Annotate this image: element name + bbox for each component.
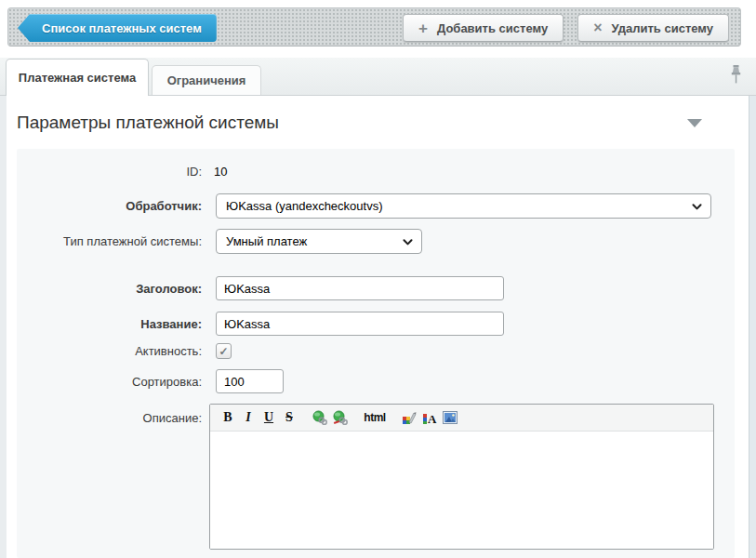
description-label: Описание: bbox=[17, 404, 208, 425]
name-input[interactable] bbox=[216, 312, 504, 336]
back-button-label: Список платежных систем bbox=[42, 21, 202, 35]
insert-image-icon bbox=[443, 411, 458, 424]
handler-select-value: ЮKassa (yandexcheckoutvs) bbox=[226, 199, 383, 213]
chevron-down-icon bbox=[692, 204, 702, 210]
chevron-down-icon bbox=[403, 239, 413, 246]
system-type-select[interactable]: Умный платеж bbox=[216, 229, 422, 254]
page-gutter-right bbox=[749, 96, 756, 558]
id-value: 10 bbox=[208, 165, 227, 179]
remove-link-icon bbox=[333, 410, 348, 425]
payment-system-edit-page: Список платежных систем + Добавить систе… bbox=[0, 0, 756, 558]
tab-restrictions-label: Ограничения bbox=[167, 73, 246, 87]
title-row: Заголовок: bbox=[17, 276, 735, 300]
toolbar-actions: + Добавить систему × Удалить систему bbox=[403, 14, 729, 42]
sort-label: Сортировка: bbox=[17, 375, 208, 389]
description-textarea[interactable] bbox=[210, 432, 713, 550]
payment-system-form: ID: 10 Обработчик: ЮKassa (yandexcheckou… bbox=[17, 149, 735, 558]
strikethrough-icon: S bbox=[285, 410, 293, 425]
activity-checkbox[interactable]: ✓ bbox=[216, 343, 232, 359]
close-icon: × bbox=[593, 20, 602, 35]
id-label: ID: bbox=[17, 165, 208, 179]
activity-row: Активность: ✓ bbox=[17, 343, 735, 359]
top-toolbar: Список платежных систем + Добавить систе… bbox=[7, 7, 741, 46]
description-editor: B I U S bbox=[209, 404, 714, 550]
font-color-button[interactable]: A bbox=[419, 407, 440, 428]
html-mode-button[interactable]: html bbox=[361, 407, 389, 428]
background-color-button[interactable] bbox=[399, 407, 419, 428]
svg-text:A: A bbox=[428, 412, 437, 425]
remove-link-button[interactable] bbox=[330, 407, 351, 428]
page-gutter-left bbox=[0, 96, 7, 558]
plus-icon: + bbox=[418, 20, 428, 36]
bold-button[interactable]: B bbox=[218, 407, 238, 428]
sort-input[interactable] bbox=[216, 369, 284, 393]
name-row: Название: bbox=[17, 312, 735, 336]
underline-icon: U bbox=[264, 410, 273, 425]
insert-link-icon bbox=[312, 410, 327, 425]
editor-toolbar: B I U S bbox=[210, 405, 713, 432]
tab-payment-system-label: Платежная система bbox=[19, 71, 136, 85]
section-header: Параметры платежной системы bbox=[17, 105, 702, 140]
collapse-section-icon[interactable] bbox=[687, 119, 702, 127]
underline-button[interactable]: U bbox=[259, 407, 279, 428]
system-type-select-value: Умный платеж bbox=[226, 234, 307, 248]
tab-restrictions[interactable]: Ограничения bbox=[152, 65, 261, 95]
sort-row: Сортировка: bbox=[17, 369, 735, 393]
tab-payment-system[interactable]: Платежная система bbox=[6, 59, 149, 96]
handler-row: Обработчик: ЮKassa (yandexcheckoutvs) bbox=[17, 193, 735, 219]
delete-system-button[interactable]: × Удалить систему bbox=[577, 14, 729, 42]
id-row: ID: 10 bbox=[17, 165, 735, 179]
add-system-button[interactable]: + Добавить систему bbox=[403, 14, 564, 42]
insert-image-button[interactable] bbox=[440, 407, 460, 428]
background-color-icon bbox=[402, 410, 417, 425]
system-type-label: Тип платежной системы: bbox=[17, 234, 208, 248]
type-row: Тип платежной системы: Умный платеж bbox=[17, 229, 735, 254]
activity-label: Активность: bbox=[17, 344, 208, 358]
insert-link-button[interactable] bbox=[310, 407, 330, 428]
checkmark-icon: ✓ bbox=[219, 346, 228, 357]
delete-system-label: Удалить систему bbox=[611, 21, 713, 35]
italic-icon: I bbox=[245, 410, 250, 425]
name-label: Название: bbox=[17, 317, 208, 331]
handler-label: Обработчик: bbox=[17, 199, 208, 213]
back-to-list-button[interactable]: Список платежных систем bbox=[18, 14, 217, 42]
html-icon: html bbox=[364, 411, 385, 424]
add-system-label: Добавить систему bbox=[437, 21, 548, 35]
title-input[interactable] bbox=[216, 276, 504, 300]
page-title: Параметры платежной системы bbox=[17, 113, 279, 133]
tab-bar: Платежная система Ограничения bbox=[0, 58, 756, 96]
handler-select[interactable]: ЮKassa (yandexcheckoutvs) bbox=[216, 193, 711, 219]
description-row: Описание: B I U S bbox=[17, 404, 735, 550]
bold-icon: B bbox=[223, 410, 232, 425]
italic-button[interactable]: I bbox=[238, 407, 259, 428]
title-label: Заголовок: bbox=[17, 282, 208, 296]
font-color-icon: A bbox=[422, 410, 437, 425]
strikethrough-button[interactable]: S bbox=[279, 407, 299, 428]
pin-icon[interactable] bbox=[730, 64, 742, 86]
